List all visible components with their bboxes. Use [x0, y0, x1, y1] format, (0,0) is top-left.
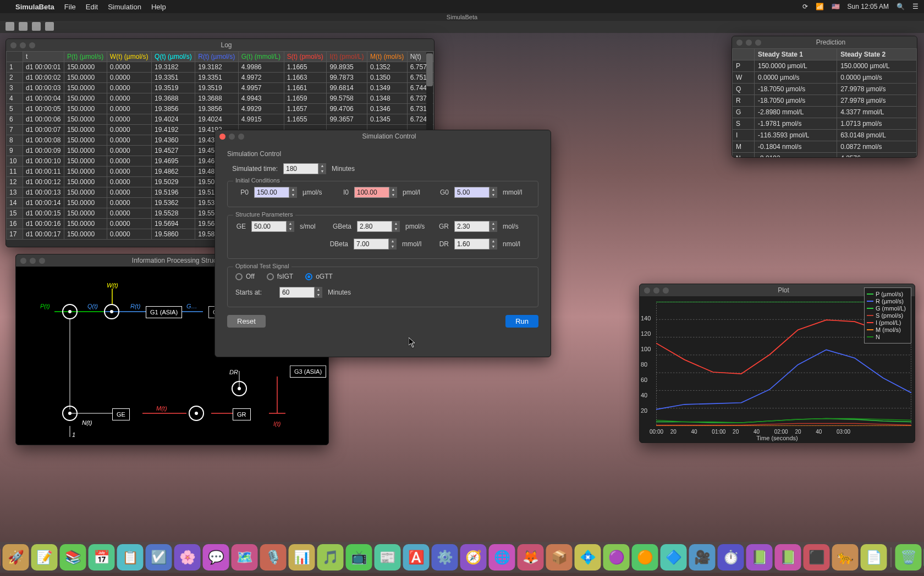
dock-settings[interactable]: ⚙️	[432, 544, 458, 571]
menu-edit[interactable]: Edit	[86, 3, 98, 11]
control-center-icon[interactable]: ☰	[912, 3, 919, 10]
dock-news[interactable]: 📰	[375, 544, 401, 571]
log-header[interactable]: P(t) (µmol/s)	[64, 52, 107, 62]
stepper[interactable]: ▲▼	[318, 163, 326, 174]
run-button[interactable]: Run	[505, 315, 538, 328]
dock-reminders[interactable]: ☑️	[146, 544, 172, 571]
dock-firefox[interactable]: 🦊	[518, 544, 544, 571]
ge-input[interactable]	[251, 221, 287, 232]
dock-lazarus[interactable]: 🐆	[832, 544, 859, 571]
table-row[interactable]: 6d1 00:00:06150.00000.000019.402419.4024…	[7, 114, 434, 125]
dock-music[interactable]: 🎵	[317, 544, 344, 571]
log-header[interactable]: t	[23, 52, 64, 62]
dock-terminal[interactable]: ⬛	[804, 544, 830, 571]
clock[interactable]: Sun 12:05 AM	[848, 3, 889, 10]
dock-vs[interactable]: 🟣	[603, 544, 630, 571]
sc-header: Simulation Control	[227, 150, 538, 158]
table-row[interactable]: 5d1 00:00:05150.00000.000019.385619.3856…	[7, 104, 434, 114]
menu-simulation[interactable]: Simulation	[108, 3, 141, 11]
dock-trash[interactable]: 🗑️	[895, 544, 922, 571]
prediction-window[interactable]: Prediction Steady State 1Steady State 2 …	[732, 36, 917, 158]
sync-icon[interactable]: ⟳	[802, 3, 808, 10]
dock-photos[interactable]: 🌸	[174, 544, 201, 571]
legend-item: P (µmol/s)	[867, 291, 909, 297]
log-header[interactable]: I(t) (pmol/L)	[327, 52, 367, 62]
dock-appstore[interactable]: 🅰️	[403, 544, 430, 571]
dock-launchpad[interactable]: 🚀	[3, 544, 29, 571]
plot-window[interactable]: Plot 20406080100120140 00:00204001:00204…	[639, 284, 915, 443]
toolbar-new-icon[interactable]	[6, 22, 14, 31]
menu-file[interactable]: File	[64, 3, 76, 11]
table-row[interactable]: 4d1 00:00:04150.00000.000019.368819.3688…	[7, 93, 434, 104]
toolbar-save-icon[interactable]	[32, 22, 41, 31]
dock-numbers[interactable]: 📊	[289, 544, 315, 571]
prediction-titlebar[interactable]: Prediction	[732, 36, 917, 48]
log-header[interactable]: S(t) (pmol/s)	[284, 52, 327, 62]
dock-chrome[interactable]: 🌐	[489, 544, 515, 571]
dock-maps[interactable]: 🗺️	[232, 544, 258, 571]
dock-messages[interactable]: 💬	[203, 544, 229, 571]
dock-notes[interactable]: 📝	[31, 544, 58, 571]
close-icon[interactable]	[219, 134, 226, 140]
log-header[interactable]	[7, 52, 23, 62]
menubar[interactable]: SimulaBeta File Edit Simulation Help ⟳ 📶…	[0, 0, 924, 13]
dock-dropbox[interactable]: 📦	[546, 544, 573, 571]
dock-vscode[interactable]: 💠	[575, 544, 601, 571]
dbeta-input[interactable]	[354, 239, 389, 250]
table-row: W0.0000 µmol/s0.0000 µmol/s	[733, 72, 917, 84]
simctrl-titlebar[interactable]: Simulation Control	[215, 130, 551, 142]
dock-stickies[interactable]: 📋	[117, 544, 144, 571]
dock-safari[interactable]: 🧭	[460, 544, 487, 571]
dock-clock[interactable]: ⏱️	[718, 544, 744, 571]
p0-input[interactable]	[254, 187, 289, 198]
gr-input[interactable]	[454, 221, 490, 232]
legend-item: S (pmol/s)	[867, 312, 909, 319]
i0-input[interactable]	[354, 187, 389, 198]
starts-at-input[interactable]	[279, 287, 315, 298]
log-header[interactable]: Q(t) (µmol/s)	[152, 52, 195, 62]
simulated-time-input[interactable]	[283, 163, 318, 174]
menu-help[interactable]: Help	[151, 3, 166, 11]
legend-item: M (mol/s)	[867, 326, 909, 333]
gbeta-input[interactable]	[357, 221, 392, 232]
search-icon[interactable]: 🔍	[897, 3, 905, 10]
dock-tv[interactable]: 📺	[346, 544, 372, 571]
log-header[interactable]: W(t) (µmol/s)	[107, 52, 151, 62]
radio-fsigt[interactable]	[267, 273, 274, 280]
radio-ogtt[interactable]	[305, 273, 312, 280]
plot-title: Plot	[673, 286, 894, 294]
app-name[interactable]: SimulaBeta	[15, 3, 54, 11]
p0-label: P0	[235, 189, 249, 196]
flag-icon[interactable]: 🇺🇸	[832, 3, 840, 10]
table-row[interactable]: 1d1 00:00:01150.00000.000019.318219.3182…	[7, 62, 434, 73]
radio-off[interactable]	[235, 273, 243, 280]
simulation-control-window[interactable]: Simulation Control Simulation Control Si…	[215, 130, 551, 357]
table-row[interactable]: 3d1 00:00:03150.00000.000019.351919.3519…	[7, 83, 434, 93]
dock-books[interactable]: 📚	[60, 544, 86, 571]
wifi-icon[interactable]: 📶	[816, 3, 824, 10]
log-header[interactable]: M(t) (mol/s)	[367, 52, 407, 62]
node-g1: G1 (ASIA)	[146, 306, 182, 318]
node-ge: GE	[112, 408, 130, 420]
dock-excel[interactable]: 📗	[746, 544, 773, 571]
dock-textedit[interactable]: 📄	[861, 544, 887, 571]
dock-finder[interactable]: 🔵	[0, 544, 1, 571]
table-row[interactable]: 2d1 00:00:02150.00000.000019.335119.3351…	[7, 73, 434, 83]
dock-zoom[interactable]: 🎥	[689, 544, 716, 571]
log-header[interactable]: R(t) (µmol/s)	[195, 52, 239, 62]
dock-podcasts[interactable]: 🎙️	[260, 544, 287, 571]
toolbar-run-icon[interactable]	[45, 22, 54, 31]
g0-input[interactable]	[454, 187, 490, 198]
log-titlebar[interactable]: Log	[6, 39, 434, 51]
dock-calendar[interactable]: 📅	[89, 544, 115, 571]
toolbar-open-icon[interactable]	[19, 22, 28, 31]
table-row: M-0.1804 nmol/s0.0872 nmol/s	[733, 141, 917, 153]
dock-skype[interactable]: 🔷	[661, 544, 687, 571]
node-g3: G3 (ASIA)	[290, 365, 326, 378]
reset-button[interactable]: Reset	[227, 315, 266, 328]
dr-input[interactable]	[454, 239, 490, 250]
dock-excel2[interactable]: 📗	[775, 544, 801, 571]
dock-postman[interactable]: 🟠	[632, 544, 658, 571]
log-header[interactable]: G(t) (mmol/L)	[238, 52, 284, 62]
dock[interactable]: 🔵🚀📝📚📅📋☑️🌸💬🗺️🎙️📊🎵📺📰🅰️⚙️🧭🌐🦊📦💠🟣🟠🔷🎥⏱️📗📗⬛🐆📄🗑️…	[0, 542, 924, 573]
